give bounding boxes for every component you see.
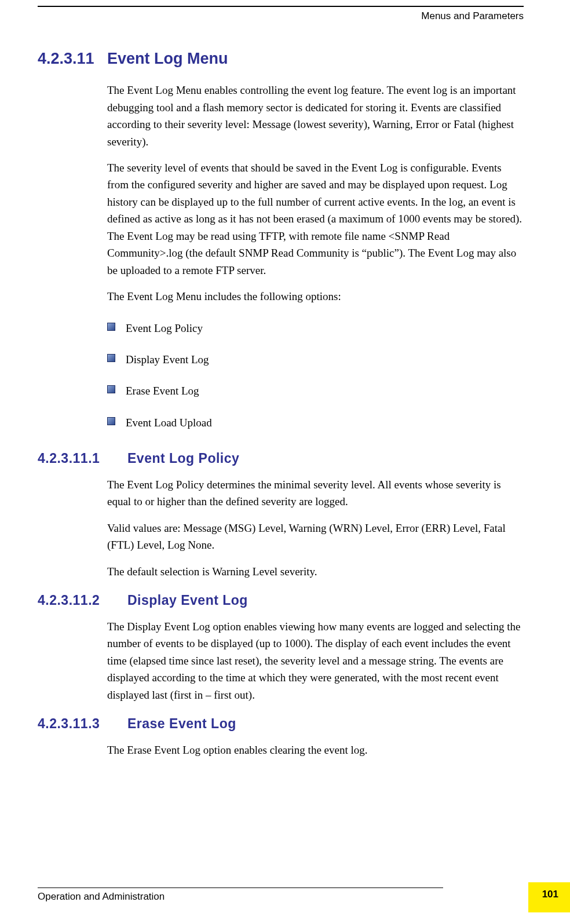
list-item-label: Display Event Log	[126, 353, 209, 366]
header-chapter: Menus and Parameters	[421, 9, 524, 24]
subsection-title: Display Event Log	[127, 590, 248, 611]
footer-rule	[38, 888, 443, 888]
subsection-heading: 4.2.3.11.3 Erase Event Log	[38, 714, 524, 735]
subsection-heading: 4.2.3.11.1 Event Log Policy	[38, 448, 524, 469]
paragraph: The Erase Event Log option enables clear…	[107, 742, 524, 758]
paragraph: The Event Log Policy determines the mini…	[107, 476, 524, 510]
subsection-title: Erase Event Log	[127, 714, 236, 735]
subsection-body: The Display Event Log option enables vie…	[107, 618, 524, 703]
paragraph: The severity level of events that should…	[107, 159, 524, 279]
subsection-number: 4.2.3.11.3	[38, 714, 127, 735]
list-item: Event Load Upload	[107, 414, 524, 431]
subsection-number: 4.2.3.11.2	[38, 590, 127, 611]
list-item: Event Log Policy	[107, 320, 524, 337]
page-footer: Operation and Administration 101	[38, 888, 570, 912]
list-item-label: Erase Event Log	[126, 385, 199, 397]
list-item: Display Event Log	[107, 351, 524, 368]
paragraph: The Event Log Menu includes the followin…	[107, 288, 524, 305]
paragraph: The default selection is Warning Level s…	[107, 563, 524, 580]
section-number: 4.2.3.11	[38, 47, 107, 71]
subsection-body: The Event Log Policy determines the mini…	[107, 476, 524, 580]
footer-row: Operation and Administration 101	[38, 889, 570, 912]
list-item: Erase Event Log	[107, 382, 524, 399]
document-page: Menus and Parameters 4.2.3.11 Event Log …	[0, 0, 570, 924]
section-title: Event Log Menu	[107, 47, 228, 71]
page-number: 101	[542, 887, 558, 902]
page-header: Menus and Parameters	[38, 6, 524, 47]
paragraph: The Event Log Menu enables controlling t…	[107, 82, 524, 150]
subsection-number: 4.2.3.11.1	[38, 448, 127, 469]
subsection-body: The Erase Event Log option enables clear…	[107, 742, 524, 758]
subsection-title: Event Log Policy	[127, 448, 239, 469]
section-body: The Event Log Menu enables controlling t…	[107, 82, 524, 431]
bullet-list: Event Log Policy Display Event Log Erase…	[107, 320, 524, 432]
section-heading: 4.2.3.11 Event Log Menu	[38, 47, 524, 71]
footer-text: Operation and Administration	[38, 889, 528, 904]
list-item-label: Event Load Upload	[126, 417, 212, 429]
subsection-heading: 4.2.3.11.2 Display Event Log	[38, 590, 524, 611]
page-number-box: 101	[528, 882, 570, 912]
paragraph: The Display Event Log option enables vie…	[107, 618, 524, 703]
list-item-label: Event Log Policy	[126, 322, 203, 334]
paragraph: Valid values are: Message (MSG) Level, W…	[107, 520, 524, 554]
